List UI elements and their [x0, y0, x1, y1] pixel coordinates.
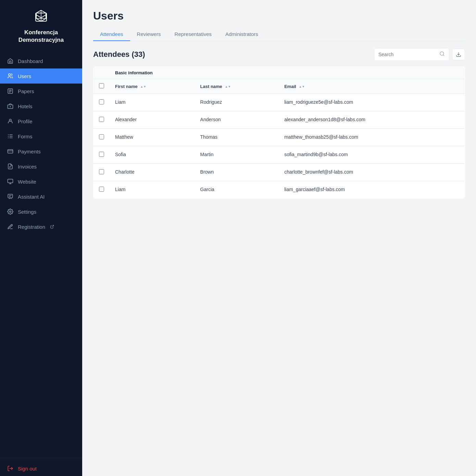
row-email: liam_rodrigueze5e@sf-labs.com [279, 94, 465, 111]
svg-point-30 [10, 211, 11, 213]
sidebar: Konferencja Demonstracyjna Dashboard Use… [0, 0, 82, 476]
row-last-name: Brown [195, 164, 279, 181]
row-email: charlotte_brownfef@sf-labs.com [279, 164, 465, 181]
row-check-cell[interactable] [93, 146, 110, 164]
sidebar-item-website[interactable]: Website [0, 174, 82, 189]
brand-name: Konferencja Demonstracyjna [18, 29, 64, 44]
sidebar-item-payments[interactable]: Payments [0, 144, 82, 159]
sidebar-item-label: Dashboard [18, 58, 43, 64]
svg-point-5 [9, 74, 11, 76]
sidebar-item-label: Website [18, 179, 36, 185]
row-checkbox[interactable] [99, 187, 104, 192]
papers-icon [7, 88, 14, 95]
sidebar-item-papers[interactable]: Papers [0, 84, 82, 99]
home-icon [7, 58, 14, 64]
row-first-name: Sofia [110, 146, 195, 164]
row-last-name: Martin [195, 146, 279, 164]
attendees-table: Basic information First name ▲▼ Last nam… [93, 66, 465, 199]
sort-last-name-icon: ▲▼ [225, 85, 231, 88]
row-last-name: Rodriguez [195, 94, 279, 111]
row-checkbox[interactable] [99, 169, 104, 174]
row-check-cell[interactable] [93, 129, 110, 146]
row-checkbox[interactable] [99, 117, 104, 122]
tab-representatives[interactable]: Representatives [168, 28, 218, 41]
sidebar-item-profile[interactable]: Profile [0, 114, 82, 129]
table-row: Charlotte Brown charlotte_brownfef@sf-la… [93, 164, 465, 181]
registration-icon [7, 223, 14, 230]
svg-rect-24 [8, 179, 13, 183]
tab-administrators[interactable]: Administrators [218, 28, 265, 41]
row-email: liam_garciaaef@sf-labs.com [279, 181, 465, 199]
row-email: alexander_anderson1d8@sf-labs.com [279, 111, 465, 129]
sidebar-item-label: Payments [18, 149, 41, 154]
group-header-check [93, 67, 110, 79]
sidebar-item-dashboard[interactable]: Dashboard [0, 53, 82, 68]
row-first-name: Charlotte [110, 164, 195, 181]
forms-icon [7, 133, 14, 140]
row-checkbox[interactable] [99, 152, 104, 157]
sidebar-item-settings[interactable]: Settings [0, 204, 82, 219]
row-check-cell[interactable] [93, 94, 110, 111]
svg-rect-20 [8, 150, 13, 153]
table-row: Alexander Anderson alexander_anderson1d8… [93, 111, 465, 129]
group-header-row: Basic information [93, 67, 465, 79]
person-icon [7, 118, 14, 125]
search-icon[interactable] [439, 51, 445, 58]
website-icon [7, 178, 14, 185]
table-toolbar: Attendees (33) [93, 48, 465, 61]
signout-icon [7, 465, 14, 472]
assistant-icon [7, 193, 14, 200]
row-email: sofia_martind9b@sf-labs.com [279, 146, 465, 164]
row-checkbox[interactable] [99, 134, 104, 139]
row-last-name: Garcia [195, 181, 279, 199]
external-link-icon [50, 225, 54, 229]
sort-email-icon: ▲▼ [299, 85, 305, 88]
svg-line-34 [443, 55, 444, 56]
sidebar-nav: Dashboard Users Papers Hotels [0, 51, 82, 458]
sidebar-item-assistant-ai[interactable]: Assistant AI [0, 189, 82, 204]
sidebar-item-registration[interactable]: Registration [0, 219, 82, 234]
svg-rect-27 [8, 194, 13, 198]
row-email: matthew_thomasb25@sf-labs.com [279, 129, 465, 146]
page-title: Users [93, 10, 465, 22]
sidebar-item-label: Profile [18, 118, 33, 124]
table-row: Liam Garcia liam_garciaaef@sf-labs.com [93, 181, 465, 199]
select-all-checkbox[interactable] [99, 83, 104, 88]
row-checkbox[interactable] [99, 99, 104, 104]
sidebar-item-label: Users [18, 73, 31, 79]
svg-line-31 [52, 225, 54, 227]
column-header-row: First name ▲▼ Last name ▲▼ Email ▲▼ [93, 79, 465, 94]
sidebar-item-label: Invoices [18, 164, 37, 170]
svg-point-33 [440, 52, 444, 55]
col-header-email[interactable]: Email ▲▼ [279, 79, 465, 94]
col-header-first-name[interactable]: First name ▲▼ [110, 79, 195, 94]
col-header-last-name[interactable]: Last name ▲▼ [195, 79, 279, 94]
hotels-icon [7, 103, 14, 110]
row-last-name: Anderson [195, 111, 279, 129]
search-input[interactable] [378, 52, 437, 57]
sort-first-name-icon: ▲▼ [140, 85, 146, 88]
table-row: Matthew Thomas matthew_thomasb25@sf-labs… [93, 129, 465, 146]
users-icon [7, 73, 14, 79]
sidebar-bottom: Sign out [0, 458, 82, 476]
sidebar-item-invoices[interactable]: Invoices [0, 159, 82, 174]
export-button[interactable] [452, 49, 465, 60]
tab-attendees[interactable]: Attendees [93, 28, 130, 41]
table-row: Liam Rodriguez liam_rodrigueze5e@sf-labs… [93, 94, 465, 111]
sidebar-item-hotels[interactable]: Hotels [0, 99, 82, 114]
sidebar-item-users[interactable]: Users [0, 68, 82, 84]
select-all-cell[interactable] [93, 79, 110, 94]
payments-icon [7, 148, 14, 155]
row-first-name: Liam [110, 181, 195, 199]
signout-button[interactable]: Sign out [0, 461, 82, 476]
sidebar-item-forms[interactable]: Forms [0, 129, 82, 144]
sidebar-brand: Konferencja Demonstracyjna [0, 0, 82, 51]
sidebar-item-label: Forms [18, 134, 33, 139]
toolbar-right [374, 48, 465, 61]
sidebar-item-label: Papers [18, 88, 34, 94]
row-check-cell[interactable] [93, 111, 110, 129]
row-check-cell[interactable] [93, 181, 110, 199]
sidebar-item-label: Registration [18, 224, 45, 230]
row-check-cell[interactable] [93, 164, 110, 181]
tab-reviewers[interactable]: Reviewers [130, 28, 168, 41]
